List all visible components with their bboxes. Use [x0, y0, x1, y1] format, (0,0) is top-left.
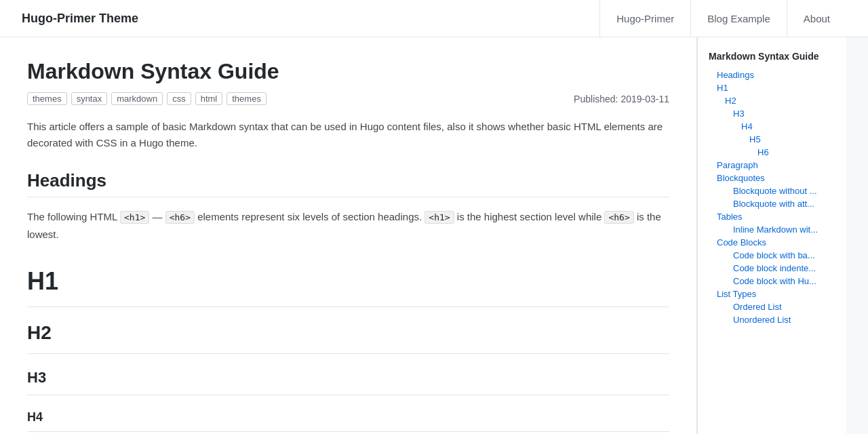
toc-link-0[interactable]: Headings: [709, 70, 835, 80]
article-meta: themes syntax markdown css html themes P…: [27, 92, 669, 105]
tag-list: themes syntax markdown css html themes: [27, 92, 267, 105]
nav-about[interactable]: About: [787, 0, 846, 37]
toc-link-11[interactable]: Tables: [709, 212, 835, 222]
toc-list: HeadingsH1H2H3H4H5H6ParagraphBlockquotes…: [709, 70, 835, 325]
code-h6-2: <h6>: [604, 211, 633, 224]
code-h1-1: <h1>: [120, 211, 149, 224]
toc-item: Headings: [709, 70, 835, 80]
site-header: Hugo-Primer Theme Hugo-Primer Blog Examp…: [0, 0, 868, 37]
text-before-code: The following HTML: [27, 211, 117, 222]
toc-item: Paragraph: [709, 160, 835, 170]
toc-link-2[interactable]: H2: [709, 96, 835, 106]
page-layout: Markdown Syntax Guide themes syntax mark…: [0, 37, 868, 434]
h3-demo: H3: [27, 362, 669, 395]
toc-link-7[interactable]: Paragraph: [709, 160, 835, 170]
toc-title: Markdown Syntax Guide: [709, 51, 835, 62]
text-elements: elements represent six levels of section…: [197, 211, 422, 222]
toc-link-13[interactable]: Code Blocks: [709, 237, 835, 248]
headings-description: The following HTML <h1> — <h6> elements …: [27, 208, 669, 243]
toc-link-10[interactable]: Blockquote with att...: [709, 199, 835, 209]
toc-link-15[interactable]: Code block indente...: [709, 263, 835, 273]
toc-link-6[interactable]: H6: [709, 147, 835, 157]
toc-item: H2: [709, 96, 835, 106]
published-date: Published: 2019-03-11: [574, 94, 669, 104]
toc-link-4[interactable]: H4: [709, 121, 835, 132]
tag-themes-1[interactable]: themes: [27, 92, 67, 105]
toc-link-3[interactable]: H3: [709, 108, 835, 119]
toc-item: H3: [709, 108, 835, 119]
toc-item: Inline Markdown wit...: [709, 224, 835, 235]
code-h1-2: <h1>: [425, 211, 454, 224]
nav-blog-example[interactable]: Blog Example: [690, 0, 787, 37]
toc-item: Code block with ba...: [709, 250, 835, 260]
tag-themes-2[interactable]: themes: [226, 92, 267, 105]
text-dash: —: [152, 211, 162, 222]
toc-sidebar: Markdown Syntax Guide HeadingsH1H2H3H4H5…: [697, 37, 846, 434]
main-nav: Hugo-Primer Blog Example About: [599, 0, 846, 37]
headings-section-title: Headings: [27, 170, 669, 197]
tag-markdown[interactable]: markdown: [111, 92, 163, 105]
toc-item: Code block indente...: [709, 263, 835, 273]
toc-link-14[interactable]: Code block with ba...: [709, 250, 835, 260]
h2-demo: H2: [27, 315, 669, 354]
article-intro: This article offers a sample of basic Ma…: [27, 119, 669, 151]
h1-demo: H1: [27, 259, 669, 307]
toc-item: Unordered List: [709, 315, 835, 325]
toc-item: Tables: [709, 212, 835, 222]
toc-item: Ordered List: [709, 302, 835, 312]
toc-link-16[interactable]: Code block with Hu...: [709, 276, 835, 286]
toc-item: Blockquotes: [709, 173, 835, 183]
toc-link-12[interactable]: Inline Markdown wit...: [709, 224, 835, 235]
text-highest: is the highest section level while: [457, 211, 601, 222]
toc-link-8[interactable]: Blockquotes: [709, 173, 835, 183]
toc-item: H6: [709, 147, 835, 157]
toc-item: Blockquote with att...: [709, 199, 835, 209]
h4-demo: H4: [27, 403, 669, 432]
toc-item: Code Blocks: [709, 237, 835, 248]
toc-item: H5: [709, 134, 835, 144]
toc-link-17[interactable]: List Types: [709, 289, 835, 299]
toc-item: List Types: [709, 289, 835, 299]
toc-item: H1: [709, 83, 835, 93]
toc-item: Code block with Hu...: [709, 276, 835, 286]
toc-link-9[interactable]: Blockquote without ...: [709, 186, 835, 196]
toc-link-1[interactable]: H1: [709, 83, 835, 93]
tag-css[interactable]: css: [167, 92, 191, 105]
toc-link-5[interactable]: H5: [709, 134, 835, 144]
main-content: Markdown Syntax Guide themes syntax mark…: [0, 37, 697, 434]
article-title: Markdown Syntax Guide: [27, 59, 669, 84]
site-title[interactable]: Hugo-Primer Theme: [22, 12, 138, 26]
code-h6-1: <h6>: [165, 211, 195, 224]
tag-syntax[interactable]: syntax: [71, 92, 108, 105]
tag-html[interactable]: html: [195, 92, 223, 105]
toc-item: H4: [709, 121, 835, 132]
nav-hugo-primer[interactable]: Hugo-Primer: [599, 0, 690, 37]
toc-link-19[interactable]: Unordered List: [709, 315, 835, 325]
toc-link-18[interactable]: Ordered List: [709, 302, 835, 312]
toc-item: Blockquote without ...: [709, 186, 835, 196]
